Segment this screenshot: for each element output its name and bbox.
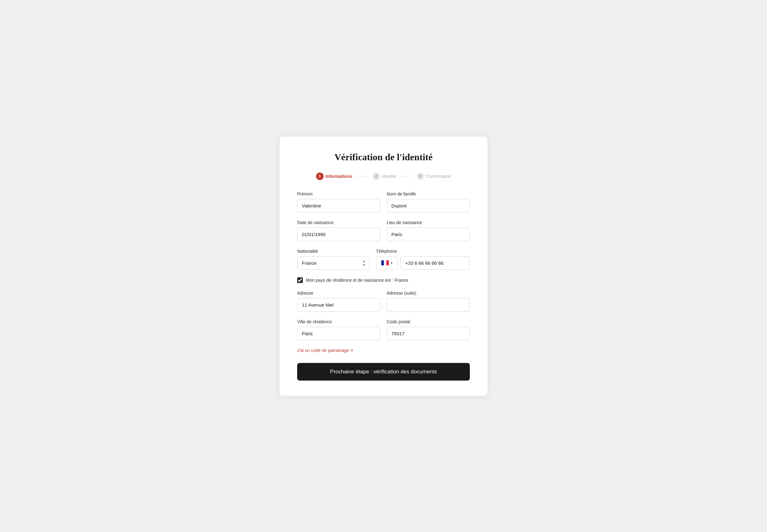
phone-country-selector[interactable]: ▾ — [376, 256, 398, 270]
step-3-number: 3 — [417, 173, 424, 180]
flag-white — [384, 260, 386, 265]
nom-label: Nom de famille — [387, 191, 470, 196]
page-title: Vérification de l'identité — [297, 152, 470, 162]
nom-group: Nom de famille — [387, 191, 470, 212]
flag-red — [386, 260, 389, 265]
code-postal-label: Code postal — [387, 319, 470, 324]
step-3: 3 Confirmation — [417, 173, 451, 180]
step-divider-2 — [400, 176, 413, 176]
step-2-label: Identité — [382, 174, 396, 179]
step-2-number: 2 — [372, 173, 380, 180]
dob-group: Date de naissance — [297, 220, 380, 241]
step-1: 1 Informations — [316, 173, 352, 180]
prenom-input[interactable] — [297, 199, 380, 212]
prenom-group: Prénom — [297, 191, 380, 212]
nationalite-select[interactable]: France Belgique Suisse — [297, 256, 370, 270]
stepper: 1 Informations 2 Identité 3 Confirmation — [297, 173, 470, 180]
flag-chevron-icon: ▾ — [391, 261, 393, 265]
nationalite-group: Nationalité France Belgique Suisse ▲ ▼ — [297, 249, 370, 270]
france-flag-icon — [381, 260, 389, 265]
residence-checkbox[interactable] — [297, 277, 303, 283]
phone-input-group: ▾ — [376, 256, 470, 270]
referral-chevron-icon: ▾ — [351, 348, 353, 353]
ville-input[interactable] — [297, 327, 380, 340]
dob-label: Date de naissance — [297, 220, 380, 225]
nom-input[interactable] — [387, 199, 470, 212]
ville-group: Ville de résidence — [297, 319, 380, 340]
nationalite-select-wrapper: France Belgique Suisse ▲ ▼ — [297, 256, 370, 270]
telephone-label: Téléphone — [376, 249, 470, 254]
form-card: Vérification de l'identité 1 Information… — [280, 137, 487, 396]
birth-row: Date de naissance Lieu de naissance — [297, 220, 470, 241]
adresse-suite-group: Adresse (suite) — [387, 291, 470, 312]
lieu-label: Lieu de naissance — [387, 220, 470, 225]
adresse-suite-label: Adresse (suite) — [387, 291, 470, 296]
city-zip-row: Ville de résidence Code postal — [297, 319, 470, 340]
ville-label: Ville de résidence — [297, 319, 380, 324]
code-postal-group: Code postal — [387, 319, 470, 340]
name-row: Prénom Nom de famille — [297, 191, 470, 212]
prenom-label: Prénom — [297, 191, 380, 196]
nationalite-label: Nationalité — [297, 249, 370, 254]
lieu-input[interactable] — [387, 228, 470, 241]
adresse-input[interactable] — [297, 298, 380, 312]
adresse-group: Adresse — [297, 291, 380, 312]
adresse-label: Adresse — [297, 291, 380, 296]
step-1-number: 1 — [316, 173, 324, 180]
address-row: Adresse Adresse (suite) — [297, 291, 470, 312]
residence-checkbox-label: Mon pays de résidence et de naissance es… — [306, 278, 408, 283]
flag-blue — [381, 260, 384, 265]
referral-toggle[interactable]: J'ai un code de parrainage ▾ — [297, 348, 470, 353]
step-2: 2 Identité — [372, 173, 396, 180]
referral-text: J'ai un code de parrainage — [297, 348, 349, 353]
nationality-phone-row: Nationalité France Belgique Suisse ▲ ▼ T… — [297, 249, 470, 270]
step-divider-1 — [356, 176, 369, 176]
step-3-label: Confirmation — [426, 174, 451, 179]
lieu-group: Lieu de naissance — [387, 220, 470, 241]
residence-checkbox-row: Mon pays de résidence et de naissance es… — [297, 277, 470, 283]
telephone-group: Téléphone ▾ — [376, 249, 470, 270]
submit-button[interactable]: Prochaine étape : vérification des docum… — [297, 363, 470, 381]
step-1-label: Informations — [326, 174, 352, 179]
phone-input[interactable] — [401, 256, 470, 270]
adresse-suite-input[interactable] — [387, 298, 470, 312]
dob-input[interactable] — [297, 228, 380, 241]
code-postal-input[interactable] — [387, 327, 470, 340]
